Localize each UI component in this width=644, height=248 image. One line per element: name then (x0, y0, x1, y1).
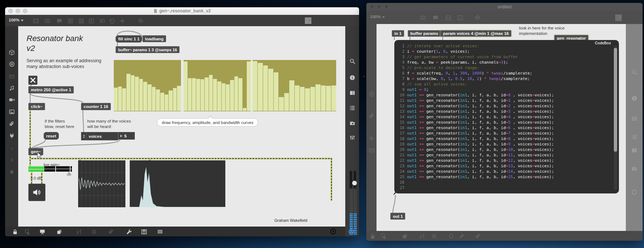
fill-sinc-message[interactable]: fill sinc 1 1 (116, 35, 142, 43)
keypad-icon[interactable] (157, 229, 163, 235)
code-editor[interactable]: 1// iterate over active voices:2i = coun… (397, 43, 612, 191)
lock-icon[interactable] (12, 229, 18, 235)
align-icon[interactable] (419, 233, 425, 239)
codebox-icon[interactable]: code (457, 15, 463, 21)
align-icon[interactable] (76, 229, 82, 235)
image-icon[interactable] (9, 109, 15, 115)
toggle-icon[interactable] (67, 18, 73, 24)
cube-icon[interactable] (9, 49, 15, 56)
power-icon[interactable] (348, 228, 354, 235)
piano-icon[interactable] (141, 229, 147, 235)
param-voices-object[interactable]: param voices 4 @min 1 @max 16 (440, 30, 511, 37)
comment-icon[interactable] (56, 18, 63, 24)
voices-number-box[interactable]: 5 (118, 132, 135, 140)
hammer-icon[interactable] (459, 233, 465, 239)
circle-icon[interactable] (448, 233, 454, 239)
camera-icon[interactable] (631, 165, 637, 172)
scrollbar-thumb[interactable] (614, 48, 617, 152)
cursor-icon[interactable] (24, 229, 31, 235)
wrench-icon[interactable] (126, 229, 132, 235)
codebox-scrollbar[interactable] (614, 46, 617, 190)
table-icon[interactable] (631, 116, 637, 122)
live-gain-slider[interactable] (28, 166, 72, 172)
paint-bucket-icon[interactable] (474, 15, 480, 21)
toggle-box[interactable] (28, 76, 37, 85)
screen-icon[interactable] (39, 229, 45, 235)
info-icon[interactable] (349, 75, 355, 81)
multislider-bar (143, 82, 147, 111)
buffer-object[interactable]: buffer~ params 1 3 @samps 16 (116, 46, 180, 53)
click-object[interactable]: click~ (28, 103, 45, 110)
multislider-3[interactable] (253, 60, 336, 111)
audio-on-button[interactable] (28, 184, 45, 201)
rangeslider-icon[interactable] (99, 18, 105, 24)
letter-b-icon[interactable]: b (9, 157, 15, 163)
reset-message[interactable]: reset (44, 132, 59, 140)
paint-bucket-icon[interactable] (137, 18, 144, 24)
extras-grid-icon[interactable] (305, 17, 312, 24)
layers-icon[interactable] (56, 229, 63, 235)
multislider-bar (253, 61, 257, 111)
play-circle-icon[interactable] (330, 228, 336, 235)
info-icon[interactable] (631, 95, 637, 101)
magnifier-icon[interactable] (349, 58, 355, 64)
multislider-1[interactable] (114, 60, 181, 111)
camera-icon[interactable] (349, 120, 355, 126)
matrix-icon[interactable] (445, 15, 451, 21)
loadbang-object[interactable]: loadbang (142, 35, 166, 42)
grid-icon[interactable] (431, 233, 437, 239)
video-icon[interactable] (9, 97, 15, 103)
target-icon[interactable] (9, 61, 15, 67)
codebox[interactable]: CodeBox 1// iterate over active voices:2… (394, 40, 619, 193)
playbar-icon[interactable] (88, 18, 94, 24)
extras-grid-icon[interactable] (615, 14, 622, 21)
multislider-2[interactable] (184, 60, 251, 111)
voices-attrui[interactable]: voices (81, 132, 118, 140)
panel-icon[interactable] (9, 73, 15, 80)
clip-plus-icon[interactable] (108, 229, 114, 235)
list-icon[interactable] (349, 105, 355, 111)
counter-object[interactable]: counter 1 16 (81, 103, 111, 110)
out-object[interactable]: out 1 (390, 213, 405, 220)
patcher-canvas[interactable]: Resonator bank v2 Serving as an example … (18, 26, 345, 227)
target-icon[interactable] (369, 91, 375, 97)
spinner-icon[interactable] (81, 132, 86, 140)
new-object-icon[interactable]: m (420, 15, 426, 21)
grid-icon[interactable] (91, 229, 97, 235)
comment-icon[interactable] (432, 15, 439, 21)
gain-handle[interactable] (67, 172, 71, 175)
faders-icon[interactable] (349, 135, 355, 141)
panel-icon[interactable] (369, 147, 375, 153)
multislider-bar (305, 88, 310, 111)
star-icon[interactable] (9, 169, 15, 175)
button-icon[interactable] (78, 18, 84, 24)
add-icon[interactable] (369, 135, 375, 141)
list-icon[interactable] (631, 134, 637, 140)
layers-icon[interactable] (402, 233, 408, 239)
gen-canvas[interactable]: in 1 buffer params param voices 4 @min 1… (377, 24, 626, 231)
plug-icon[interactable] (9, 133, 15, 139)
new-object-icon[interactable]: m (44, 18, 51, 24)
in-object[interactable]: in 1 (392, 30, 404, 37)
patcher-frame-icon[interactable] (33, 18, 39, 24)
clip-plus-icon[interactable] (475, 233, 481, 239)
magnifier-icon[interactable] (631, 69, 637, 75)
cursor-icon[interactable] (381, 233, 387, 239)
reader-icon[interactable] (631, 147, 637, 153)
titlebar[interactable]: gen~.resonator_bank_v2 (5, 7, 359, 15)
dial-icon[interactable] (109, 18, 115, 24)
metro-object[interactable]: metro 250 @active 1 (28, 86, 74, 93)
volume-track[interactable] (354, 171, 356, 188)
buffer-params-object[interactable]: buffer params (408, 30, 441, 37)
clip-icon[interactable] (369, 113, 375, 119)
clip-icon[interactable] (9, 121, 15, 127)
titlebar[interactable]: untitled (366, 3, 643, 11)
volume-knob[interactable] (352, 181, 357, 185)
volume-track[interactable] (350, 171, 352, 188)
add-icon[interactable] (119, 18, 125, 24)
refresh-icon[interactable] (631, 189, 637, 195)
reader-icon[interactable] (349, 90, 355, 96)
note-icon[interactable] (9, 85, 15, 91)
lock-icon[interactable] (370, 233, 376, 239)
letter-v-icon[interactable]: v (9, 145, 15, 151)
